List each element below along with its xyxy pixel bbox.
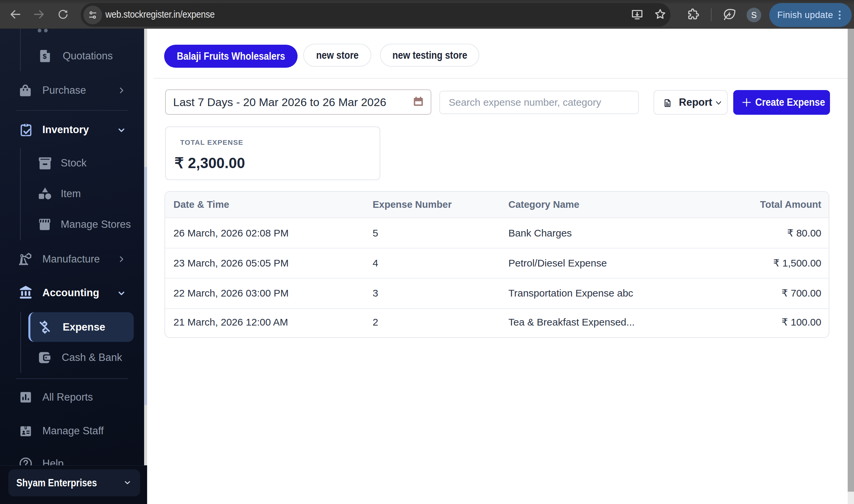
svg-text:$: $ — [43, 52, 47, 60]
